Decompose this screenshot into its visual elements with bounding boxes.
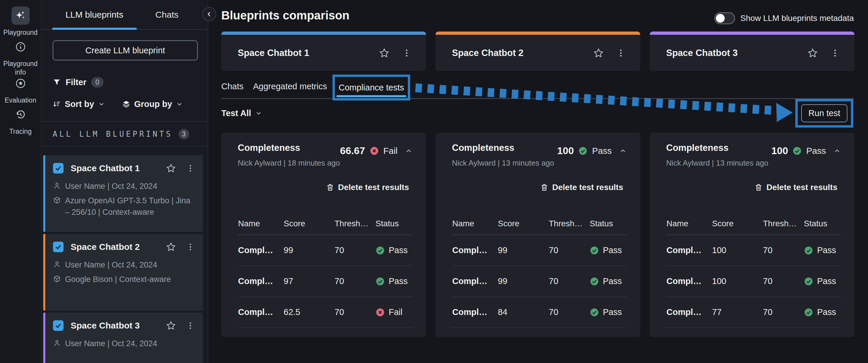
table-row[interactable]: Compl… 97 70 Pass <box>238 266 413 297</box>
status-badge-icon <box>375 308 385 317</box>
delete-test-results-button[interactable]: Delete test results <box>540 182 623 193</box>
col-score: Score <box>712 219 763 228</box>
nav-item-tracing[interactable]: Tracing <box>0 106 41 136</box>
chevron-up-icon[interactable] <box>833 147 841 155</box>
overall-score: 66.67 <box>340 145 365 157</box>
col-name: Name <box>238 219 284 228</box>
create-llm-blueprint-button[interactable]: Create LLM blueprint <box>53 40 198 60</box>
tab-llm-blueprints[interactable]: LLM blueprints <box>52 0 137 29</box>
cell-status: Pass <box>817 307 836 317</box>
star-icon[interactable] <box>807 48 818 58</box>
star-icon[interactable] <box>166 163 176 173</box>
run-test-button[interactable]: Run test <box>801 104 847 122</box>
table-row[interactable]: Compl… 62.5 70 Fail <box>238 297 413 328</box>
cell-threshold: 70 <box>549 246 590 255</box>
accent-bar <box>221 31 426 35</box>
col-score: Score <box>284 219 335 228</box>
comparison-card-title: Space Chatbot 2 <box>452 48 581 58</box>
star-icon[interactable] <box>593 48 604 58</box>
table-row[interactable]: Compl… 99 70 Pass <box>452 266 627 297</box>
overall-score: 100 <box>557 145 574 157</box>
tab-compliance-tests[interactable]: Compliance tests <box>339 83 404 92</box>
kebab-menu-icon[interactable] <box>186 243 195 251</box>
cell-threshold: 70 <box>335 246 375 255</box>
table-header: Name Score Thresh… Status <box>238 213 413 235</box>
status-badge-icon <box>590 308 599 317</box>
star-icon[interactable] <box>166 242 176 252</box>
kebab-menu-icon[interactable] <box>616 48 625 58</box>
metadata-toggle[interactable] <box>714 12 735 24</box>
table-row[interactable]: Compl… 100 70 Pass <box>666 235 841 266</box>
trash-icon <box>754 183 763 192</box>
star-icon[interactable] <box>379 48 390 58</box>
kebab-menu-icon[interactable] <box>830 48 840 58</box>
blueprint-owner-row: User Name | Oct 24, 2024 <box>53 180 195 192</box>
blueprint-list-item[interactable]: Space Chatbot 2 User Name | Oct 24, 2024 <box>43 234 203 311</box>
blueprint-checkbox[interactable] <box>53 242 64 252</box>
cell-threshold: 70 <box>335 307 375 317</box>
blueprint-checkbox[interactable] <box>53 320 64 331</box>
cell-name: Compl… <box>238 307 284 317</box>
sidebar-collapse-button[interactable] <box>202 7 216 21</box>
cell-name: Compl… <box>666 276 712 286</box>
kebab-menu-icon[interactable] <box>186 321 195 330</box>
table-row[interactable]: Compl… 99 70 Pass <box>238 235 413 266</box>
delete-label: Delete test results <box>338 183 409 192</box>
col-name: Name <box>452 219 498 228</box>
table-row[interactable]: Compl… 99 70 Pass <box>452 235 627 266</box>
overall-status: Pass <box>592 146 612 156</box>
cell-name: Compl… <box>452 307 498 317</box>
col-threshold: Thresh… <box>549 219 590 228</box>
chevron-up-icon[interactable] <box>619 147 627 155</box>
test-all-dropdown[interactable]: Test All <box>221 107 262 120</box>
nav-item-playground-info[interactable]: Playground info <box>0 38 41 77</box>
blueprint-model-row: Google Bison | Context-aware <box>53 274 195 285</box>
kebab-menu-icon[interactable] <box>186 164 195 173</box>
chevron-down-icon <box>98 101 105 108</box>
delete-test-results-button[interactable]: Delete test results <box>754 182 837 193</box>
sort-by-control[interactable]: Sort by <box>53 99 105 109</box>
blueprint-checkbox[interactable] <box>53 163 64 173</box>
main-tabs: Chats Aggregated metrics Compliance test… <box>221 75 855 99</box>
nav-item-evaluation[interactable]: Evaluation <box>0 74 41 105</box>
comparison-card-title: Space Chatbot 1 <box>238 48 367 58</box>
tab-chats-sidebar[interactable]: Chats <box>137 0 197 29</box>
comparison-card: Space Chatbot 2 <box>435 31 640 71</box>
info-icon <box>11 38 30 56</box>
table-row[interactable]: Compl… 100 70 Pass <box>666 266 841 297</box>
metadata-toggle-row: Show LLM blueprints metadata <box>714 12 854 24</box>
blueprint-list-item[interactable]: Space Chatbot 3 User Name | Oct 24, 2024 <box>43 313 203 363</box>
accent-bar <box>435 31 640 35</box>
active-tab-underline <box>336 95 406 97</box>
section-count-badge: 3 <box>179 129 189 139</box>
star-icon[interactable] <box>166 320 176 331</box>
filter-control[interactable]: Filter 0 <box>41 76 208 89</box>
results-table: Name Score Thresh… Status Compl… 100 70 … <box>666 213 841 328</box>
filter-label: Filter <box>66 78 87 87</box>
section-label: ALL LLM BLUEPRINTS <box>53 130 173 138</box>
delete-test-results-button[interactable]: Delete test results <box>326 182 409 193</box>
cube-icon <box>53 196 61 218</box>
compliance-tests-highlight-box: Compliance tests <box>333 75 410 101</box>
nav-item-playground[interactable]: Playground <box>0 6 41 37</box>
cell-threshold: 70 <box>335 276 375 286</box>
table-row[interactable]: Compl… 84 70 Pass <box>452 297 627 328</box>
blueprint-list-item[interactable]: Space Chatbot 1 User Name | Oct 24, 2024 <box>43 155 203 232</box>
cell-score: 99 <box>498 276 549 286</box>
col-status: Status <box>804 219 841 228</box>
nav-item-label: Playground <box>3 28 37 37</box>
group-by-control[interactable]: Group by <box>122 99 183 109</box>
tab-aggregated-metrics[interactable]: Aggregated metrics <box>253 75 327 98</box>
col-threshold: Thresh… <box>335 219 375 228</box>
overall-status: Pass <box>806 146 826 156</box>
table-row[interactable]: Compl… 77 70 Pass <box>666 297 841 328</box>
chevron-up-icon[interactable] <box>405 147 412 155</box>
tab-chats[interactable]: Chats <box>221 75 244 98</box>
cell-status: Pass <box>817 276 836 286</box>
blueprint-title: Space Chatbot 3 <box>71 320 156 331</box>
cell-score: 99 <box>284 246 335 255</box>
status-badge-icon <box>375 246 385 255</box>
kebab-menu-icon[interactable] <box>402 48 411 58</box>
comparison-card: Space Chatbot 1 <box>221 31 426 71</box>
col-status: Status <box>375 219 413 228</box>
